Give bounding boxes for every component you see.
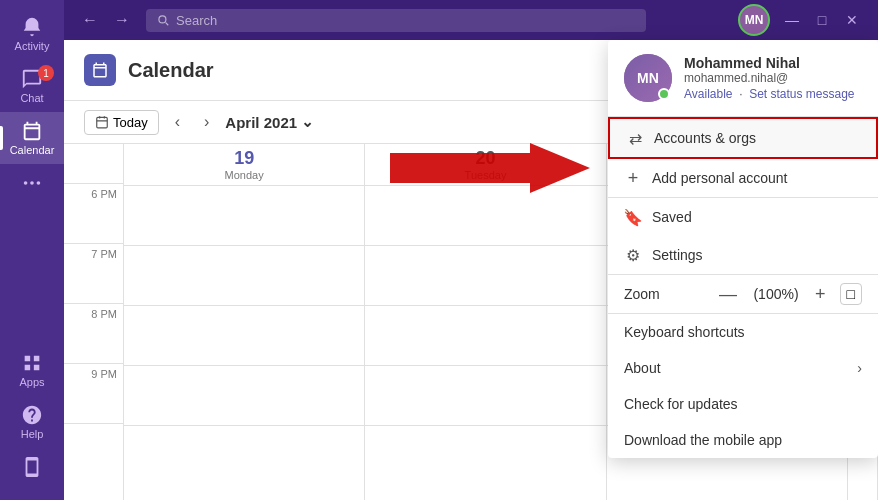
time-slot-7pm: 7 PM <box>64 244 123 304</box>
title-bar-right: MN — □ ✕ <box>738 4 866 36</box>
calendar-icon <box>91 61 109 79</box>
check-updates-item[interactable]: Check for updates <box>608 386 878 422</box>
sidebar-item-activity[interactable]: Activity <box>0 8 64 60</box>
zoom-plus-button[interactable]: + <box>811 284 830 305</box>
day-slot-20-7pm <box>365 246 605 306</box>
status-dot <box>658 88 670 100</box>
calendar-title: Calendar <box>128 59 214 82</box>
status-text: Available <box>684 87 732 101</box>
sidebar-item-calendar-label: Calendar <box>10 144 55 156</box>
maximize-button[interactable]: □ <box>808 6 836 34</box>
sidebar-item-device[interactable] <box>0 448 64 488</box>
close-button[interactable]: ✕ <box>838 6 866 34</box>
day-col-19: 19 Monday <box>124 144 365 500</box>
day-slot-20-8pm <box>365 306 605 366</box>
month-text: April 2021 <box>225 114 297 131</box>
today-button[interactable]: Today <box>84 110 159 135</box>
dropdown-header: MN Mohammed Nihal mohammed.nihal@ Availa… <box>608 40 878 117</box>
zoom-value: (100%) <box>751 286 801 302</box>
time-slot-8pm: 8 PM <box>64 304 123 364</box>
sidebar-item-help[interactable]: Help <box>0 396 64 448</box>
time-slot-6pm: 6 PM <box>64 184 123 244</box>
sidebar-item-help-label: Help <box>21 428 44 440</box>
day-header-19: 19 Monday <box>124 144 364 186</box>
settings-icon: ⚙ <box>624 246 642 264</box>
about-item[interactable]: About › <box>608 350 878 386</box>
saved-icon: 🔖 <box>624 208 642 226</box>
window-controls: — □ ✕ <box>778 6 866 34</box>
zoom-label: Zoom <box>624 286 705 302</box>
dropdown-avatar: MN <box>624 54 672 102</box>
next-month-button[interactable]: › <box>196 109 217 135</box>
add-account-icon: + <box>624 169 642 187</box>
nav-buttons: ← → <box>76 9 136 31</box>
sidebar-item-chat-label: Chat <box>20 92 43 104</box>
dropdown-user-info: Mohammed Nihal mohammed.nihal@ Available… <box>684 55 862 101</box>
download-mobile-item[interactable]: Download the mobile app <box>608 422 878 458</box>
settings-item[interactable]: ⚙ Settings <box>608 236 878 274</box>
day-col-20: 20 Tuesday <box>365 144 606 500</box>
day-slot-20-6pm <box>365 186 605 246</box>
fullscreen-button[interactable]: □ <box>840 283 862 305</box>
dropdown-name: Mohammed Nihal <box>684 55 862 71</box>
zoom-minus-button[interactable]: — <box>715 284 741 305</box>
saved-label: Saved <box>652 209 692 225</box>
day-header-20: 20 Tuesday <box>365 144 605 186</box>
set-status-link[interactable]: Set status message <box>749 87 854 101</box>
calendar-icon-box <box>84 54 116 86</box>
sidebar-item-more[interactable] <box>0 164 64 204</box>
day-slot-19-7pm <box>124 246 364 306</box>
back-button[interactable]: ← <box>76 9 104 31</box>
about-arrow-icon: › <box>857 360 862 376</box>
day-slot-19-9pm <box>124 366 364 426</box>
accounts-orgs-label: Accounts & orgs <box>654 130 756 146</box>
sidebar-item-calendar[interactable]: Calendar <box>0 112 64 164</box>
time-slot-9pm: 9 PM <box>64 364 123 424</box>
day-slot-20-9pm <box>365 366 605 426</box>
zoom-row: Zoom — (100%) + □ <box>608 275 878 313</box>
about-label: About <box>624 360 661 376</box>
bell-icon <box>21 16 43 38</box>
add-personal-account-item[interactable]: + Add personal account <box>608 159 878 197</box>
check-updates-label: Check for updates <box>624 396 738 412</box>
help-icon <box>21 404 43 426</box>
today-label: Today <box>113 115 148 130</box>
minimize-button[interactable]: — <box>778 6 806 34</box>
day-slot-19-8pm <box>124 306 364 366</box>
dropdown-status: Available · Set status message <box>684 87 862 101</box>
search-box <box>146 9 646 32</box>
forward-button[interactable]: → <box>108 9 136 31</box>
title-bar: ← → MN — □ ✕ <box>64 0 878 40</box>
search-input[interactable] <box>176 13 636 28</box>
dropdown-email: mohammed.nihal@ <box>684 71 862 85</box>
sidebar-item-apps[interactable]: Apps <box>0 344 64 396</box>
day-name-20: Tuesday <box>373 169 597 181</box>
user-dropdown: MN Mohammed Nihal mohammed.nihal@ Availa… <box>608 40 878 458</box>
sidebar-item-chat[interactable]: 1 Chat <box>0 60 64 112</box>
month-label[interactable]: April 2021 ⌄ <box>225 113 314 131</box>
day-num-20[interactable]: 20 <box>373 148 597 169</box>
keyboard-shortcuts-item[interactable]: Keyboard shortcuts <box>608 314 878 350</box>
svg-rect-3 <box>97 117 108 128</box>
settings-label: Settings <box>652 247 703 263</box>
calendar-sidebar-icon <box>21 120 43 142</box>
accounts-orgs-item[interactable]: ⇄ Accounts & orgs <box>608 117 878 159</box>
svg-point-2 <box>37 181 41 185</box>
accounts-orgs-icon: ⇄ <box>626 129 644 147</box>
search-icon <box>156 13 170 27</box>
prev-month-button[interactable]: ‹ <box>167 109 188 135</box>
download-mobile-label: Download the mobile app <box>624 432 782 448</box>
apps-icon <box>21 352 43 374</box>
month-dropdown-icon: ⌄ <box>301 113 314 131</box>
sidebar-item-apps-label: Apps <box>19 376 44 388</box>
day-num-19[interactable]: 19 <box>132 148 356 169</box>
add-account-label: Add personal account <box>652 170 787 186</box>
user-avatar-button[interactable]: MN <box>738 4 770 36</box>
sidebar: Activity 1 Chat Calendar Apps Help <box>0 0 64 500</box>
more-icon <box>21 172 43 194</box>
sidebar-item-activity-label: Activity <box>15 40 50 52</box>
chat-badge: 1 <box>38 65 54 81</box>
time-column: 6 PM 7 PM 8 PM 9 PM <box>64 144 124 500</box>
svg-point-1 <box>30 181 34 185</box>
saved-item[interactable]: 🔖 Saved <box>608 198 878 236</box>
